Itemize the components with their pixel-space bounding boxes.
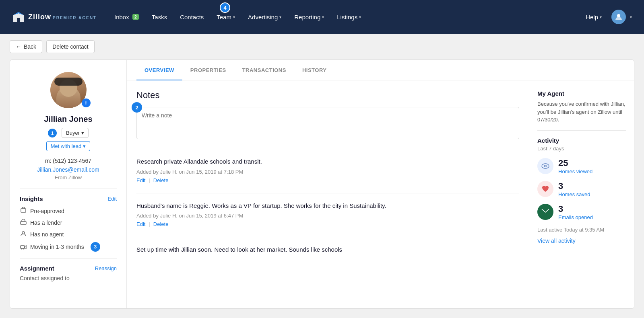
insight-moving: Moving in 1-3 months 3: [20, 242, 117, 252]
note-divider-2: [136, 193, 519, 193]
divider-2: [20, 258, 117, 259]
logo-zillow: Zillow: [28, 13, 51, 21]
insights-edit-link[interactable]: Edit: [108, 196, 117, 202]
facebook-badge: f: [82, 98, 91, 107]
user-avatar[interactable]: [611, 10, 626, 24]
nav-reporting[interactable]: Reporting ▾: [289, 10, 330, 24]
note-text-1: Research private Allandale schools and t…: [136, 157, 519, 166]
nav-tasks[interactable]: Tasks: [146, 10, 173, 24]
avatar-chevron-icon: ▾: [630, 15, 632, 19]
heart-icon: [537, 181, 553, 197]
note-entry-2: Husband's name is Reggie. Works as a VP …: [136, 201, 519, 228]
pre-approved-icon: [20, 207, 27, 215]
back-button[interactable]: ← Back: [10, 40, 42, 53]
activity-homes-saved: 3 Homes saved: [537, 181, 626, 197]
main-container: f Jillian Jones 1 Buyer ▾ Met with lead …: [10, 59, 634, 309]
note-edit-2[interactable]: Edit: [136, 221, 145, 227]
advertising-chevron-icon: ▾: [279, 15, 281, 19]
moving-icon: [20, 243, 27, 251]
svg-rect-0: [17, 18, 20, 22]
nav-inbox[interactable]: Inbox 2: [109, 10, 144, 24]
homes-viewed-label: Homes viewed: [558, 168, 592, 174]
note-text-3: Set up time with Jillian soon. Need to l…: [136, 245, 519, 254]
note-text-2: Husband's name is Reggie. Works as a VP …: [136, 201, 519, 211]
note-divider-3: [136, 237, 519, 237]
nav-help[interactable]: Help ▾: [580, 10, 607, 24]
content-split: Notes 2 Research private Allandale schoo…: [127, 80, 634, 308]
insights-header: Insights Edit: [20, 195, 117, 202]
svg-rect-5: [21, 246, 25, 248]
contact-status-button[interactable]: Met with lead ▾: [46, 141, 91, 151]
note-actions-2: Edit | Delete: [136, 221, 519, 227]
contact-type-button[interactable]: Buyer ▾: [62, 128, 89, 138]
nav-contacts[interactable]: Contacts: [174, 10, 209, 24]
reassign-link[interactable]: Reassign: [95, 265, 117, 271]
delete-contact-button[interactable]: Delete contact: [46, 40, 95, 53]
contact-badges: 1 Buyer ▾ Met with lead ▾: [20, 128, 117, 151]
my-agent-text: Because you've confirmed with Jillian, y…: [537, 100, 626, 124]
last-active: Last active Today at 9:35 AM: [537, 227, 626, 233]
nav-listings[interactable]: Listings ▾: [331, 10, 367, 24]
note-delete-2[interactable]: Delete: [153, 221, 169, 227]
type-chevron-icon: ▾: [81, 130, 84, 136]
activity-sub: Last 7 days: [537, 146, 626, 152]
note-delete-1[interactable]: Delete: [153, 177, 169, 183]
notification-bubble: 4: [220, 2, 230, 13]
back-arrow-icon: ←: [16, 43, 21, 50]
insight-has-lender: Has a lender: [20, 219, 117, 226]
note-input-wrap: 2: [136, 107, 519, 141]
tabs-row: OVERVIEW PROPERTIES TRANSACTIONS HISTORY: [127, 60, 634, 80]
tab-properties[interactable]: PROPERTIES: [182, 60, 234, 80]
help-chevron-icon: ▾: [600, 15, 602, 19]
activity-homes-viewed: 25 Homes viewed: [537, 158, 626, 174]
note-textarea[interactable]: [136, 107, 519, 139]
notes-area: Notes 2 Research private Allandale schoo…: [127, 80, 529, 308]
nav-advertising[interactable]: Advertising ▾: [242, 10, 287, 24]
logo: Zillow PREMIER AGENT: [12, 11, 97, 23]
note-entry-3: Set up time with Jillian soon. Need to l…: [136, 245, 519, 254]
contact-phone: m: (512) 123-4567: [20, 158, 117, 164]
badge-1: 1: [48, 129, 57, 137]
contact-email[interactable]: Jillian.Jones@email.com: [20, 166, 117, 173]
tab-transactions[interactable]: TRANSACTIONS: [234, 60, 294, 80]
assignment-title: Assignment: [20, 265, 54, 272]
contact-source: From Zillow: [20, 174, 117, 181]
insight-pre-approved: Pre-approved: [20, 207, 117, 215]
note-divider-1: [136, 149, 519, 149]
homes-saved-label: Homes saved: [558, 191, 590, 197]
status-chevron-icon: ▾: [83, 143, 86, 149]
contact-name: Jillian Jones: [20, 115, 117, 124]
contact-sidebar: f Jillian Jones 1 Buyer ▾ Met with lead …: [10, 60, 127, 308]
team-chevron-icon: ▾: [233, 15, 235, 19]
note-entry-1: Research private Allandale schools and t…: [136, 157, 519, 183]
insights-title: Insights: [20, 195, 43, 202]
assignment-header: Assignment Reassign: [20, 265, 117, 272]
svg-rect-3: [21, 222, 26, 224]
tab-overview[interactable]: OVERVIEW: [136, 60, 182, 80]
contact-main: OVERVIEW PROPERTIES TRANSACTIONS HISTORY…: [127, 60, 634, 308]
nav-right: Help ▾ ▾: [580, 10, 632, 24]
note-edit-1[interactable]: Edit: [136, 177, 145, 183]
insights-list: Pre-approved Has a lender Has no agent M…: [20, 207, 117, 252]
view-all-activity-link[interactable]: View all activity: [537, 238, 626, 244]
homes-saved-count: 3: [558, 181, 590, 191]
email-icon: [537, 204, 553, 220]
activity-title: Activity: [537, 137, 626, 144]
assignment-text: Contact assigned to: [20, 275, 117, 281]
navbar: Zillow PREMIER AGENT 4 Inbox 2 Tasks Con…: [0, 0, 644, 34]
insight-no-agent: Has no agent: [20, 230, 117, 238]
note-meta-1: Added by Julie H. on Jun 15, 2019 at 7:1…: [136, 169, 519, 175]
svg-point-10: [545, 166, 546, 167]
activity-panel: My Agent Because you've confirmed with J…: [529, 80, 634, 308]
lender-icon: [20, 219, 27, 226]
note-meta-2: Added by Julie H. on Jun 15, 2019 at 6:4…: [136, 213, 519, 219]
homes-viewed-count: 25: [558, 158, 592, 168]
notes-title: Notes: [136, 90, 519, 101]
page-actions: ← Back Delete contact: [0, 34, 644, 59]
nav-items: Inbox 2 Tasks Contacts Team ▾ Advertisin…: [109, 10, 580, 24]
svg-point-4: [22, 232, 25, 234]
tab-history[interactable]: HISTORY: [294, 60, 335, 80]
svg-point-6: [21, 248, 23, 249]
listings-chevron-icon: ▾: [359, 15, 361, 19]
divider-1: [20, 189, 117, 189]
